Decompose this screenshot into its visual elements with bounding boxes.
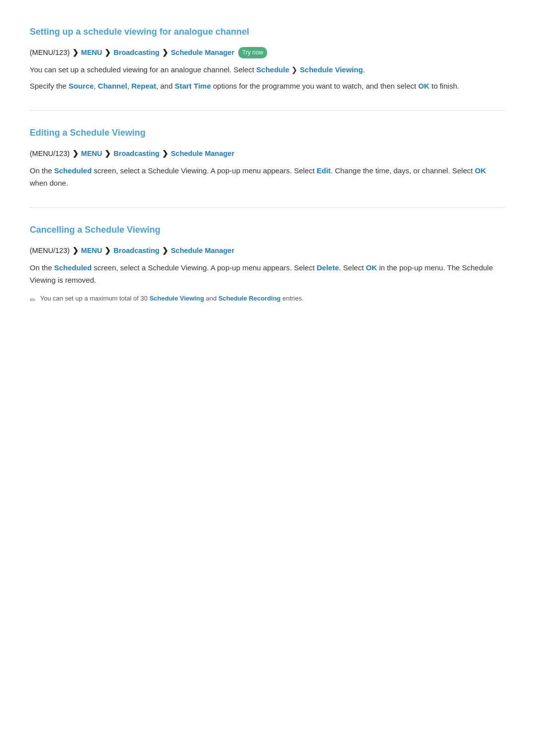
breadcrumb-arrow-3: ❯ [162, 47, 168, 58]
setup-p1-arrow: ❯ [289, 65, 300, 74]
breadcrumb-broadcasting-3[interactable]: Broadcasting [113, 245, 160, 256]
note-schedule-recording[interactable]: Schedule Recording [218, 295, 281, 302]
breadcrumb-schedule-manager-2[interactable]: Schedule Manager [171, 148, 234, 159]
breadcrumb-menu123: (MENU/123) [30, 47, 70, 58]
setup-p1-text-pre: You can set up a scheduled viewing for a… [30, 65, 256, 74]
editing-p1-pre: On the [30, 166, 54, 175]
editing-paragraph-1: On the Scheduled screen, select a Schedu… [30, 164, 505, 190]
breadcrumb-editing-menu[interactable]: MENU [81, 148, 103, 159]
setup-p2-post: to finish. [429, 82, 459, 90]
section-setup: Setting up a schedule viewing for analog… [30, 25, 505, 93]
note-text: You can set up a maximum total of 30 Sch… [40, 294, 304, 304]
setup-p2-ok[interactable]: OK [418, 82, 429, 90]
note-and: and [204, 295, 218, 302]
editing-p1-mid2: . Change the time, days, or channel. Sel… [331, 166, 475, 175]
breadcrumb-editing-arrow-1: ❯ [72, 148, 79, 159]
note-pre: You can set up a maximum total of 30 [40, 295, 150, 302]
breadcrumb-broadcasting-2[interactable]: Broadcasting [113, 148, 160, 159]
editing-p1-edit[interactable]: Edit [317, 166, 330, 175]
cancelling-p1-mid1: screen, select a Schedule Viewing. A pop… [92, 263, 317, 272]
breadcrumb-cancelling-arrow-3: ❯ [162, 245, 168, 256]
breadcrumb-schedule-manager-1[interactable]: Schedule Manager [171, 47, 234, 58]
note-line: ✏ You can set up a maximum total of 30 S… [30, 294, 505, 306]
breadcrumb-arrow-1: ❯ [72, 47, 79, 58]
breadcrumb-menu[interactable]: MENU [81, 47, 103, 58]
section-editing-title: Editing a Schedule Viewing [30, 126, 505, 142]
breadcrumb-cancelling-arrow-2: ❯ [105, 245, 111, 256]
setup-paragraph-2: Specify the Source, Channel, Repeat, and… [30, 80, 505, 93]
breadcrumb-editing-menu123: (MENU/123) [30, 148, 70, 159]
cancelling-p1-mid2: . Select [339, 263, 366, 272]
editing-p1-post: when done. [30, 179, 68, 187]
cancelling-p1-pre: On the [30, 263, 54, 272]
breadcrumb-cancelling: (MENU/123) ❯ MENU ❯ Broadcasting ❯ Sched… [30, 245, 505, 256]
note-schedule-viewing[interactable]: Schedule Viewing [150, 295, 204, 302]
setup-p1-schedule-viewing-link[interactable]: Schedule Viewing [300, 65, 363, 74]
divider-2 [30, 207, 505, 208]
setup-p2-and: , and [156, 82, 175, 90]
editing-p1-ok[interactable]: OK [475, 166, 486, 175]
section-cancelling: Cancelling a Schedule Viewing (MENU/123)… [30, 223, 505, 306]
setup-p1-schedule-link[interactable]: Schedule [256, 65, 289, 74]
cancelling-p1-scheduled[interactable]: Scheduled [54, 263, 92, 272]
setup-p1-period: . [363, 65, 365, 74]
section-editing: Editing a Schedule Viewing (MENU/123) ❯ … [30, 126, 505, 190]
setup-p2-source[interactable]: Source [68, 82, 94, 90]
breadcrumb-editing-arrow-2: ❯ [105, 148, 111, 159]
setup-p2-comma2: , [127, 82, 131, 90]
breadcrumb-editing: (MENU/123) ❯ MENU ❯ Broadcasting ❯ Sched… [30, 148, 505, 159]
setup-p2-channel[interactable]: Channel [98, 82, 127, 90]
editing-p1-mid1: screen, select a Schedule Viewing. A pop… [92, 166, 317, 175]
note-post: entries. [281, 295, 304, 302]
setup-p2-repeat[interactable]: Repeat [131, 82, 156, 90]
breadcrumb-setup: (MENU/123) ❯ MENU ❯ Broadcasting ❯ Sched… [30, 47, 505, 58]
breadcrumb-cancelling-menu123: (MENU/123) [30, 245, 70, 256]
breadcrumb-arrow-2: ❯ [105, 47, 111, 58]
setup-paragraph-1: You can set up a scheduled viewing for a… [30, 63, 505, 76]
editing-p1-scheduled[interactable]: Scheduled [54, 166, 92, 175]
breadcrumb-schedule-manager-3[interactable]: Schedule Manager [171, 245, 234, 256]
cancelling-p1-ok[interactable]: OK [366, 263, 377, 272]
setup-p2-pre: Specify the [30, 82, 68, 90]
breadcrumb-editing-arrow-3: ❯ [162, 148, 168, 159]
cancelling-p1-delete[interactable]: Delete [317, 263, 339, 272]
cancelling-paragraph-1: On the Scheduled screen, select a Schedu… [30, 261, 505, 287]
setup-p2-mid: options for the programme you want to wa… [211, 82, 419, 90]
section-cancelling-title: Cancelling a Schedule Viewing [30, 223, 505, 239]
setup-p2-start-time[interactable]: Start Time [175, 82, 211, 90]
setup-p2-comma1: , [94, 82, 98, 90]
try-now-badge[interactable]: Try now [238, 47, 267, 58]
breadcrumb-broadcasting-1[interactable]: Broadcasting [113, 47, 160, 58]
section-setup-title: Setting up a schedule viewing for analog… [30, 25, 505, 41]
breadcrumb-cancelling-menu[interactable]: MENU [81, 245, 103, 256]
divider-1 [30, 110, 505, 111]
pencil-icon: ✏ [30, 294, 36, 306]
breadcrumb-cancelling-arrow-1: ❯ [72, 245, 79, 256]
